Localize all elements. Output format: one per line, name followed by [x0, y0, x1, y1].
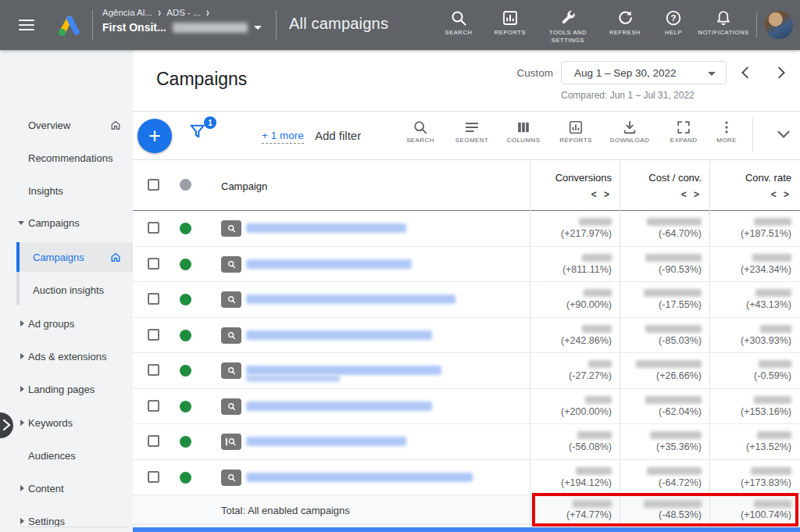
home-icon [109, 119, 122, 131]
row-checkbox[interactable] [148, 293, 159, 305]
segment-button[interactable]: SEGMENT [446, 120, 498, 144]
reports-button-toolbar[interactable]: REPORTS [550, 120, 602, 144]
sidebar-item-overview[interactable]: Overview [0, 115, 133, 135]
conversions-value-redacted [579, 218, 612, 226]
previous-period-button[interactable] [738, 64, 755, 81]
status-enabled-dot[interactable] [180, 436, 191, 448]
sidebar-item-label: Insights [28, 185, 63, 197]
conversions-change: (+194.12%) [561, 477, 612, 488]
row-checkbox[interactable] [148, 329, 159, 341]
breadcrumb-sub-account[interactable]: ADS - ... [166, 8, 200, 17]
conv-rate-change: (+234.34%) [741, 264, 791, 275]
conv-rate-change: (-0.59%) [754, 370, 791, 381]
more-filters-link[interactable]: + 1 more [262, 130, 304, 144]
cost-per-conv-change: (-62.04%) [659, 406, 702, 417]
campaign-name-redacted[interactable] [246, 437, 406, 446]
collapse-table-chevron-icon[interactable] [773, 124, 794, 145]
google-ads-logo[interactable] [55, 14, 83, 37]
breadcrumb-current-account[interactable]: First Onsit... [102, 21, 166, 34]
table-search-button[interactable]: SEARCH [395, 120, 446, 144]
status-enabled-dot[interactable] [180, 259, 191, 270]
date-range-picker[interactable]: Aug 1 – Sep 30, 2022 [561, 61, 727, 84]
search-button[interactable]: SEARCH [431, 9, 486, 37]
sidebar-item-ad-groups[interactable]: Ad groups [0, 313, 133, 334]
next-period-button[interactable] [772, 64, 789, 81]
reports-icon [568, 120, 584, 135]
sidebar-item-auction-insights[interactable]: Auction insights [0, 280, 133, 300]
status-enabled-dot[interactable] [180, 401, 191, 412]
campaign-name-redacted[interactable] [246, 366, 441, 375]
row-checkbox[interactable] [148, 471, 159, 483]
status-enabled-dot[interactable] [180, 294, 191, 305]
download-button[interactable]: DOWNLOAD [604, 120, 655, 144]
cost-per-conv-value-redacted [644, 289, 702, 297]
cost-per-conv-change: (+26.66%) [656, 370, 702, 381]
menu-hamburger-icon[interactable] [19, 20, 34, 30]
sidebar-item-settings[interactable]: Settings [0, 511, 133, 531]
row-checkbox[interactable] [148, 364, 159, 376]
sidebar-item-recommendations[interactable]: Recommendations [0, 148, 133, 168]
breadcrumb[interactable]: Agência Al... › ADS - ... › First Onsit.… [102, 6, 262, 34]
user-avatar[interactable] [765, 11, 793, 39]
row-checkbox[interactable] [148, 435, 159, 447]
table-row: (+90.00%)(-17.55%)(+43.13%) [133, 282, 800, 318]
sidebar-item-ads-extensions[interactable]: Ads & extensions [0, 346, 133, 366]
sidebar-item-audiences[interactable]: Audiences [0, 445, 133, 466]
conv-rate-value-redacted [760, 325, 791, 333]
conversions-change: (+200.00%) [561, 406, 612, 417]
new-campaign-button[interactable]: + [138, 119, 172, 153]
sidebar-divider [20, 527, 129, 527]
column-header-conversions[interactable]: Conversions < > [530, 172, 612, 200]
search-campaign-icon [221, 327, 241, 344]
sidebar-item-keywords[interactable]: Keywords [0, 412, 133, 433]
reports-button[interactable]: REPORTS [483, 9, 538, 37]
help-button[interactable]: ? HELP [646, 9, 701, 37]
breadcrumb-account[interactable]: Agência Al... [102, 8, 152, 17]
compared-range-label: Compared: Jun 1 – Jul 31, 2022 [561, 90, 695, 101]
cost-per-conv-value-redacted [636, 360, 702, 368]
more-button[interactable]: MORE [701, 120, 752, 144]
campaign-name-redacted[interactable] [246, 473, 473, 482]
status-enabled-dot[interactable] [180, 365, 191, 377]
cost-per-conv-change: (-17.55%) [659, 299, 702, 310]
sidebar-item-content[interactable]: Content [0, 478, 133, 498]
row-checkbox[interactable] [148, 400, 159, 412]
sidebar-item-insights[interactable]: Insights [0, 180, 133, 201]
chevron-down-icon [708, 72, 716, 76]
campaign-name-redacted[interactable] [246, 402, 432, 411]
select-all-checkbox[interactable] [148, 179, 159, 191]
columns-button[interactable]: COLUMNS [498, 120, 549, 144]
tools-and-settings-button[interactable]: TOOLS AND SETTINGS [539, 9, 597, 45]
campaign-name-redacted[interactable] [246, 223, 406, 233]
status-filter-dot[interactable] [180, 179, 191, 191]
search-icon [450, 9, 467, 27]
status-enabled-dot[interactable] [180, 223, 191, 234]
status-enabled-dot[interactable] [180, 472, 191, 484]
refresh-button[interactable]: REFRESH [598, 9, 652, 37]
sidebar-item-campaigns-parent[interactable]: Campaigns [0, 212, 133, 233]
conversions-value-redacted [576, 467, 612, 475]
status-enabled-dot[interactable] [180, 330, 191, 341]
annotation-red-highlight-box [532, 493, 798, 527]
sidebar-item-campaigns-selected[interactable]: Campaigns [16, 242, 133, 272]
column-header-conv-rate[interactable]: Conv. rate < > [709, 172, 791, 200]
column-header-campaign[interactable]: Campaign [221, 180, 267, 192]
bottom-section-blue-bar [133, 527, 800, 532]
conversions-value-redacted [582, 325, 612, 333]
cost-per-conv-change: (-64.72%) [659, 477, 702, 488]
tool-label: REPORTS [559, 137, 591, 144]
notifications-button[interactable]: NOTIFICATIONS [694, 9, 753, 37]
search-campaign-icon [221, 398, 241, 415]
campaign-name-redacted[interactable] [246, 330, 432, 340]
refresh-icon [616, 9, 634, 27]
campaign-name-redacted[interactable] [246, 295, 455, 304]
account-switcher-caret-icon[interactable] [254, 26, 262, 30]
row-checkbox[interactable] [148, 222, 159, 234]
sidebar-item-landing-pages[interactable]: Landing pages [0, 379, 133, 399]
add-filter-button[interactable]: Add filter [315, 129, 361, 142]
sidebar-item-label: Ads & extensions [28, 351, 106, 362]
date-range-type[interactable]: Custom [483, 67, 553, 79]
campaign-name-redacted[interactable] [246, 259, 412, 269]
row-checkbox[interactable] [148, 258, 159, 270]
column-header-cost-per-conv[interactable]: Cost / conv. < > [620, 172, 702, 200]
